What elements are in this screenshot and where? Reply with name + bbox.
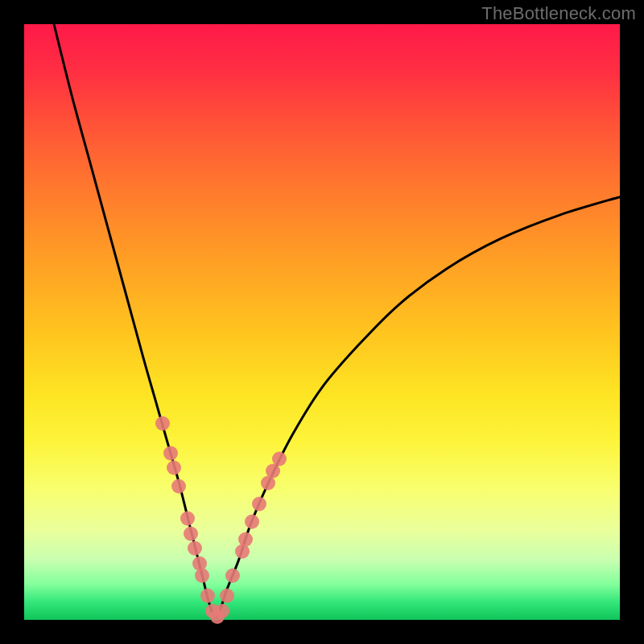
data-point-marker [180, 511, 195, 526]
data-point-marker [225, 568, 240, 583]
data-point-marker [188, 541, 202, 555]
data-point-marker [272, 452, 287, 466]
data-point-marker [163, 446, 178, 460]
watermark-text: TheBottleneck.com [481, 3, 636, 24]
data-point-marker [171, 479, 186, 493]
data-point-marker [195, 568, 209, 583]
data-point-marker [155, 416, 170, 431]
data-point-marker [245, 514, 259, 529]
plot-area [24, 24, 620, 620]
data-point-marker [215, 604, 229, 618]
curve-svg [24, 24, 620, 620]
chart-container: TheBottleneck.com [0, 0, 644, 644]
data-point-marker [220, 588, 234, 603]
data-point-marker [252, 497, 266, 511]
data-point-marker [184, 526, 198, 541]
